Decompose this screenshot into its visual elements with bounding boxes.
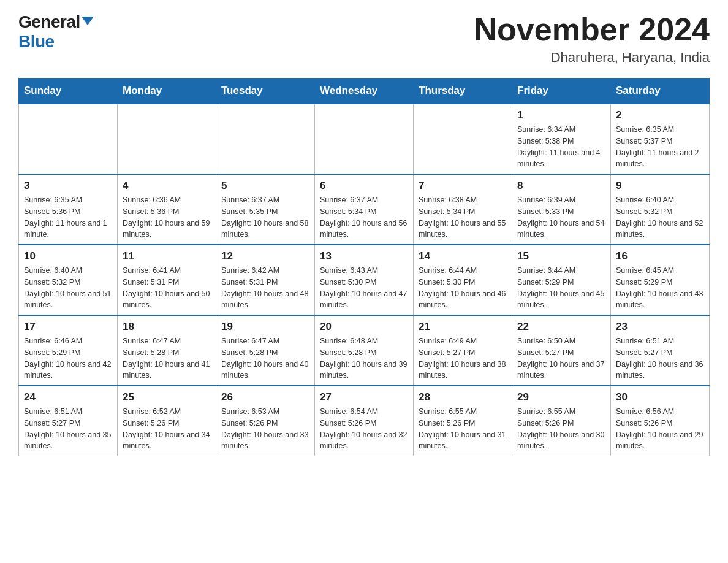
calendar-cell: 14Sunrise: 6:44 AM Sunset: 5:30 PM Dayli… bbox=[414, 245, 512, 315]
week-row-2: 3Sunrise: 6:35 AM Sunset: 5:36 PM Daylig… bbox=[19, 174, 710, 245]
day-number: 30 bbox=[616, 391, 704, 404]
calendar-cell: 10Sunrise: 6:40 AM Sunset: 5:32 PM Dayli… bbox=[19, 245, 118, 315]
day-number: 25 bbox=[123, 391, 211, 404]
day-info: Sunrise: 6:55 AM Sunset: 5:26 PM Dayligh… bbox=[517, 406, 605, 452]
day-number: 5 bbox=[221, 180, 309, 192]
day-header-friday: Friday bbox=[512, 79, 611, 104]
days-of-week-row: SundayMondayTuesdayWednesdayThursdayFrid… bbox=[19, 79, 710, 104]
day-info: Sunrise: 6:39 AM Sunset: 5:33 PM Dayligh… bbox=[517, 194, 605, 240]
calendar-cell: 4Sunrise: 6:36 AM Sunset: 5:36 PM Daylig… bbox=[118, 174, 216, 245]
day-header-wednesday: Wednesday bbox=[315, 79, 414, 104]
page-header: General Blue November 2024 Dharuhera, Ha… bbox=[18, 12, 710, 66]
day-number: 29 bbox=[517, 391, 605, 404]
day-number: 14 bbox=[419, 250, 507, 262]
day-info: Sunrise: 6:34 AM Sunset: 5:38 PM Dayligh… bbox=[517, 124, 605, 170]
calendar-cell: 20Sunrise: 6:48 AM Sunset: 5:28 PM Dayli… bbox=[315, 315, 414, 386]
calendar-cell: 1Sunrise: 6:34 AM Sunset: 5:38 PM Daylig… bbox=[512, 104, 611, 174]
calendar-cell: 5Sunrise: 6:37 AM Sunset: 5:35 PM Daylig… bbox=[216, 174, 315, 245]
day-number: 21 bbox=[419, 321, 507, 333]
week-row-4: 17Sunrise: 6:46 AM Sunset: 5:29 PM Dayli… bbox=[19, 315, 710, 386]
week-row-1: 1Sunrise: 6:34 AM Sunset: 5:38 PM Daylig… bbox=[19, 104, 710, 174]
day-info: Sunrise: 6:38 AM Sunset: 5:34 PM Dayligh… bbox=[419, 194, 507, 240]
day-info: Sunrise: 6:45 AM Sunset: 5:29 PM Dayligh… bbox=[616, 265, 704, 311]
calendar-title: November 2024 bbox=[474, 12, 710, 47]
day-number: 23 bbox=[616, 321, 704, 333]
week-row-3: 10Sunrise: 6:40 AM Sunset: 5:32 PM Dayli… bbox=[19, 245, 710, 315]
day-info: Sunrise: 6:35 AM Sunset: 5:36 PM Dayligh… bbox=[24, 194, 112, 240]
day-info: Sunrise: 6:40 AM Sunset: 5:32 PM Dayligh… bbox=[616, 194, 704, 240]
day-number: 28 bbox=[419, 391, 507, 404]
logo-general-text: General bbox=[18, 12, 80, 32]
calendar-cell bbox=[414, 104, 512, 174]
day-info: Sunrise: 6:44 AM Sunset: 5:30 PM Dayligh… bbox=[419, 265, 507, 311]
day-number: 10 bbox=[24, 250, 112, 262]
calendar-cell: 24Sunrise: 6:51 AM Sunset: 5:27 PM Dayli… bbox=[19, 386, 118, 456]
day-info: Sunrise: 6:35 AM Sunset: 5:37 PM Dayligh… bbox=[616, 124, 704, 170]
day-info: Sunrise: 6:43 AM Sunset: 5:30 PM Dayligh… bbox=[320, 265, 408, 311]
day-number: 26 bbox=[221, 391, 309, 404]
day-number: 2 bbox=[616, 109, 704, 121]
day-header-monday: Monday bbox=[118, 79, 216, 104]
day-number: 4 bbox=[123, 180, 211, 192]
day-info: Sunrise: 6:41 AM Sunset: 5:31 PM Dayligh… bbox=[123, 265, 211, 311]
logo-blue-text: Blue bbox=[18, 32, 55, 52]
calendar-cell: 15Sunrise: 6:44 AM Sunset: 5:29 PM Dayli… bbox=[512, 245, 611, 315]
calendar-cell: 17Sunrise: 6:46 AM Sunset: 5:29 PM Dayli… bbox=[19, 315, 118, 386]
day-number: 27 bbox=[320, 391, 408, 404]
calendar-cell: 18Sunrise: 6:47 AM Sunset: 5:28 PM Dayli… bbox=[118, 315, 216, 386]
day-info: Sunrise: 6:47 AM Sunset: 5:28 PM Dayligh… bbox=[123, 335, 211, 381]
calendar-subtitle: Dharuhera, Haryana, India bbox=[474, 50, 710, 66]
day-header-saturday: Saturday bbox=[611, 79, 710, 104]
day-number: 22 bbox=[517, 321, 605, 333]
calendar-cell: 12Sunrise: 6:42 AM Sunset: 5:31 PM Dayli… bbox=[216, 245, 315, 315]
day-number: 16 bbox=[616, 250, 704, 262]
calendar-cell: 11Sunrise: 6:41 AM Sunset: 5:31 PM Dayli… bbox=[118, 245, 216, 315]
day-info: Sunrise: 6:44 AM Sunset: 5:29 PM Dayligh… bbox=[517, 265, 605, 311]
day-number: 9 bbox=[616, 180, 704, 192]
calendar-cell: 21Sunrise: 6:49 AM Sunset: 5:27 PM Dayli… bbox=[414, 315, 512, 386]
calendar-table: SundayMondayTuesdayWednesdayThursdayFrid… bbox=[18, 78, 710, 456]
calendar-cell bbox=[216, 104, 315, 174]
day-info: Sunrise: 6:36 AM Sunset: 5:36 PM Dayligh… bbox=[123, 194, 211, 240]
day-number: 17 bbox=[24, 321, 112, 333]
calendar-cell: 19Sunrise: 6:47 AM Sunset: 5:28 PM Dayli… bbox=[216, 315, 315, 386]
calendar-cell: 28Sunrise: 6:55 AM Sunset: 5:26 PM Dayli… bbox=[414, 386, 512, 456]
day-info: Sunrise: 6:50 AM Sunset: 5:27 PM Dayligh… bbox=[517, 335, 605, 381]
day-info: Sunrise: 6:47 AM Sunset: 5:28 PM Dayligh… bbox=[221, 335, 309, 381]
calendar-cell: 26Sunrise: 6:53 AM Sunset: 5:26 PM Dayli… bbox=[216, 386, 315, 456]
calendar-cell: 9Sunrise: 6:40 AM Sunset: 5:32 PM Daylig… bbox=[611, 174, 710, 245]
week-row-5: 24Sunrise: 6:51 AM Sunset: 5:27 PM Dayli… bbox=[19, 386, 710, 456]
logo: General Blue bbox=[18, 12, 94, 52]
title-area: November 2024 Dharuhera, Haryana, India bbox=[474, 12, 710, 66]
calendar-cell: 23Sunrise: 6:51 AM Sunset: 5:27 PM Dayli… bbox=[611, 315, 710, 386]
calendar-cell: 2Sunrise: 6:35 AM Sunset: 5:37 PM Daylig… bbox=[611, 104, 710, 174]
day-number: 13 bbox=[320, 250, 408, 262]
day-number: 7 bbox=[419, 180, 507, 192]
day-number: 15 bbox=[517, 250, 605, 262]
day-header-tuesday: Tuesday bbox=[216, 79, 315, 104]
calendar-cell: 22Sunrise: 6:50 AM Sunset: 5:27 PM Dayli… bbox=[512, 315, 611, 386]
calendar-cell: 13Sunrise: 6:43 AM Sunset: 5:30 PM Dayli… bbox=[315, 245, 414, 315]
calendar-cell: 7Sunrise: 6:38 AM Sunset: 5:34 PM Daylig… bbox=[414, 174, 512, 245]
calendar-cell: 3Sunrise: 6:35 AM Sunset: 5:36 PM Daylig… bbox=[19, 174, 118, 245]
day-number: 18 bbox=[123, 321, 211, 333]
calendar-cell: 30Sunrise: 6:56 AM Sunset: 5:26 PM Dayli… bbox=[611, 386, 710, 456]
day-number: 12 bbox=[221, 250, 309, 262]
logo-triangle-icon bbox=[82, 17, 94, 25]
calendar-cell bbox=[315, 104, 414, 174]
calendar-body: 1Sunrise: 6:34 AM Sunset: 5:38 PM Daylig… bbox=[19, 104, 710, 456]
calendar-cell: 6Sunrise: 6:37 AM Sunset: 5:34 PM Daylig… bbox=[315, 174, 414, 245]
day-info: Sunrise: 6:54 AM Sunset: 5:26 PM Dayligh… bbox=[320, 406, 408, 452]
day-number: 20 bbox=[320, 321, 408, 333]
day-info: Sunrise: 6:46 AM Sunset: 5:29 PM Dayligh… bbox=[24, 335, 112, 381]
calendar-cell: 8Sunrise: 6:39 AM Sunset: 5:33 PM Daylig… bbox=[512, 174, 611, 245]
day-info: Sunrise: 6:37 AM Sunset: 5:34 PM Dayligh… bbox=[320, 194, 408, 240]
day-info: Sunrise: 6:40 AM Sunset: 5:32 PM Dayligh… bbox=[24, 265, 112, 311]
day-number: 6 bbox=[320, 180, 408, 192]
day-number: 11 bbox=[123, 250, 211, 262]
day-info: Sunrise: 6:53 AM Sunset: 5:26 PM Dayligh… bbox=[221, 406, 309, 452]
day-info: Sunrise: 6:51 AM Sunset: 5:27 PM Dayligh… bbox=[24, 406, 112, 452]
day-info: Sunrise: 6:51 AM Sunset: 5:27 PM Dayligh… bbox=[616, 335, 704, 381]
day-header-thursday: Thursday bbox=[414, 79, 512, 104]
day-number: 19 bbox=[221, 321, 309, 333]
